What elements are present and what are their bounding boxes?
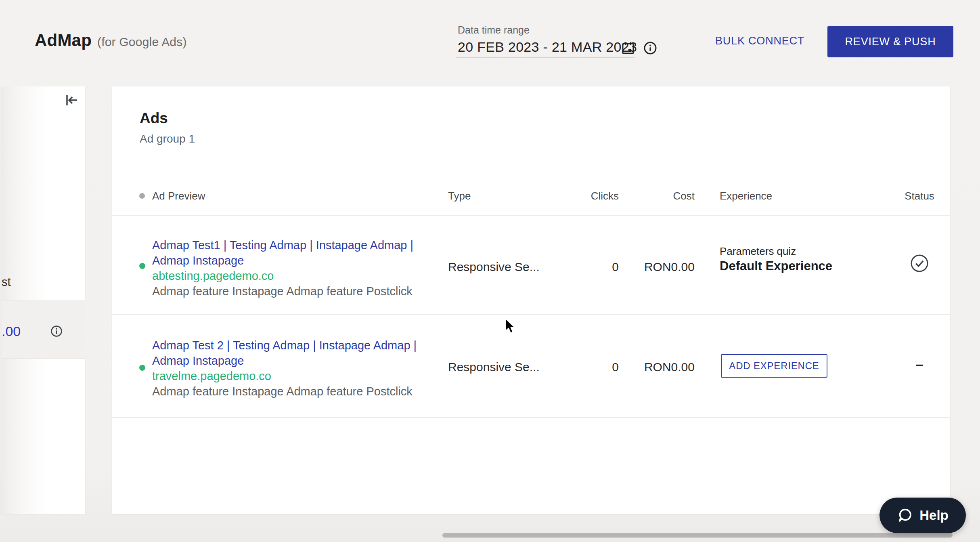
row-divider [112, 417, 950, 418]
type-cell: Responsive Se... [448, 359, 540, 375]
ad-preview-status-dot [139, 193, 145, 199]
collapse-sidebar-icon[interactable] [64, 92, 79, 108]
ad-active-dot [139, 365, 145, 371]
column-header-type: Type [448, 189, 471, 202]
add-experience-button[interactable]: ADD EXPERIENCE [721, 354, 827, 378]
column-header-experience: Experience [720, 189, 772, 202]
cost-cell: RON0.00 [633, 259, 695, 275]
page-title: AdMap(for Google Ads) [35, 31, 187, 50]
column-header-cost: Cost [633, 189, 695, 202]
help-button[interactable]: Help [879, 498, 966, 533]
sidebar-partial-header: st [2, 275, 11, 289]
sidebar-panel: st .00 [1, 86, 85, 514]
admap-screen: AdMap(for Google Ads) Data time range 20… [0, 0, 980, 542]
ad-domain-link[interactable]: abtesting.pagedemo.co [152, 268, 433, 284]
sidebar-selected-row[interactable]: .00 [2, 300, 86, 359]
ad-preview-cell: Admap Test1 | Testing Admap | Instapage … [152, 237, 433, 299]
review-and-push-button[interactable]: REVIEW & PUSH [827, 26, 953, 57]
ads-card: Ads Ad group 1 Ad Preview Type Clicks Co… [112, 86, 950, 514]
info-icon[interactable] [643, 41, 658, 55]
table-header-divider [112, 215, 950, 216]
ads-panel-subtitle: Ad group 1 [140, 132, 195, 145]
status-connected-icon [910, 254, 929, 273]
date-range-label: Data time range [458, 24, 530, 36]
experience-name[interactable]: Default Experience [720, 258, 832, 274]
chat-bubble-icon [897, 507, 914, 524]
experience-group: Parameters quiz [720, 245, 796, 258]
date-range-value[interactable]: 20 FEB 2023 - 21 MAR 2023 [458, 39, 637, 55]
cost-cell: RON0.00 [633, 359, 695, 375]
calendar-icon[interactable] [621, 41, 635, 55]
ad-preview-cell: Admap Test 2 | Testing Admap | Instapage… [152, 338, 433, 399]
column-header-clicks: Clicks [552, 189, 619, 202]
clicks-cell: 0 [552, 259, 619, 275]
type-cell: Responsive Se... [448, 259, 540, 275]
ad-title-link[interactable]: Admap Test 2 | Testing Admap | Instapage… [152, 338, 433, 368]
row-divider [112, 314, 950, 315]
sidebar-partial-value-link[interactable]: .00 [2, 324, 21, 339]
column-header-ad-preview: Ad Preview [152, 189, 205, 202]
ad-description: Admap feature Instapage Admap feature Po… [152, 284, 433, 299]
horizontal-scrollbar-thumb[interactable] [442, 533, 953, 538]
clicks-cell: 0 [552, 359, 619, 375]
info-icon[interactable] [50, 325, 63, 338]
date-range-underline [456, 57, 634, 58]
status-not-connected-dash: – [891, 356, 948, 372]
app-title-text: AdMap [35, 31, 92, 50]
ad-active-dot [139, 263, 145, 269]
ad-title-link[interactable]: Admap Test1 | Testing Admap | Instapage … [152, 237, 433, 268]
ad-description: Admap feature Instapage Admap feature Po… [152, 384, 433, 399]
help-button-label: Help [919, 508, 949, 523]
ad-domain-link[interactable]: travelme.pagedemo.co [152, 368, 433, 384]
column-header-status: Status [891, 189, 948, 202]
ads-panel-title: Ads [140, 110, 168, 127]
app-subtitle: (for Google Ads) [97, 35, 187, 48]
bulk-connect-button[interactable]: BULK CONNECT [715, 35, 804, 47]
